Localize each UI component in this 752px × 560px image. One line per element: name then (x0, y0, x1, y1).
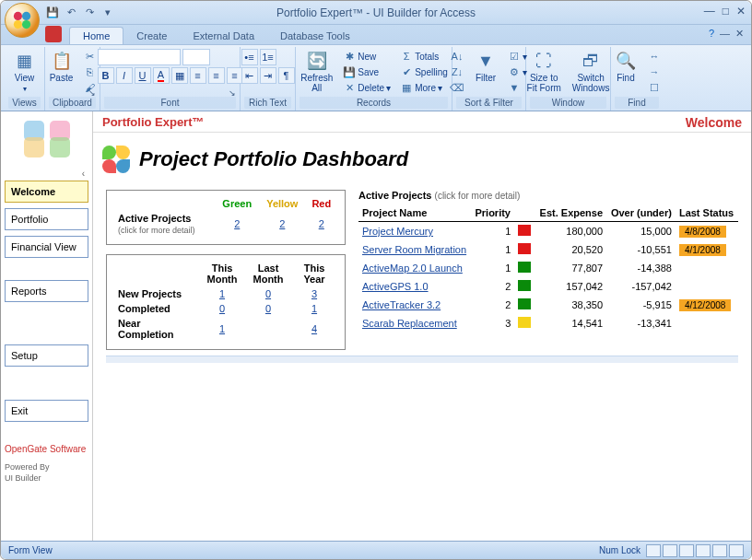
close-button[interactable]: ✕ (736, 5, 746, 18)
vendor-link[interactable]: OpenGate Software (5, 444, 88, 454)
red-count-link[interactable]: 2 (319, 218, 324, 229)
bullets-button[interactable]: •≡ (241, 49, 258, 65)
italic-button[interactable]: I (116, 67, 133, 84)
project-name-link[interactable]: ActiveMap 2.0 Launch (362, 262, 463, 274)
project-name-link[interactable]: ActiveGPS 1.0 (362, 281, 429, 292)
font-dialog-launcher[interactable]: ↘ (229, 88, 238, 98)
view-pivot-icon[interactable] (679, 544, 694, 557)
sort-desc-button[interactable]: Z↓ (448, 64, 466, 79)
table-row[interactable]: ActiveMap 2.0 Launch177,807-14,388 (358, 259, 738, 277)
view-chart-icon[interactable] (696, 544, 711, 557)
yellow-count-link[interactable]: 2 (279, 218, 285, 229)
find-button[interactable]: 🔍 Find (610, 49, 641, 85)
main-area: ‹ Welcome Portfolio Financial View Repor… (1, 111, 751, 542)
select-button[interactable]: ☐ (645, 80, 664, 95)
summary-value-link[interactable]: 1 (219, 323, 225, 334)
sidebar-collapse-icon[interactable]: ‹ (5, 169, 88, 179)
text-direction-button[interactable]: ¶ (278, 67, 295, 84)
project-name-link[interactable]: ActiveTracker 3.2 (362, 299, 441, 310)
summary-value-link[interactable]: 1 (311, 303, 317, 314)
font-size-combo[interactable] (182, 49, 210, 65)
sidebar-item-exit[interactable]: Exit (5, 400, 88, 422)
clipboard-dialog-launcher[interactable]: ↘ (88, 88, 98, 98)
green-count-link[interactable]: 2 (234, 218, 240, 229)
summary-value-link[interactable]: 4 (311, 323, 317, 334)
sidebar-item-reports[interactable]: Reports (5, 280, 88, 302)
table-row[interactable]: Server Room Migration120,520-10,5514/1/2… (358, 240, 738, 259)
new-record-button[interactable]: ✱New (340, 49, 394, 64)
switch-windows-button[interactable]: 🗗 Switch Windows (569, 49, 614, 95)
summary-value-link[interactable]: 1 (219, 288, 225, 299)
active-table-hint: (click for more detail) (435, 191, 521, 201)
project-name-link[interactable]: Server Room Migration (362, 244, 466, 255)
view-layout-icon[interactable] (712, 544, 727, 557)
sidebar-item-welcome[interactable]: Welcome (5, 181, 88, 203)
summary-value-link[interactable]: 0 (265, 303, 271, 314)
size-to-fit-button[interactable]: ⛶ Size to Fit Form (523, 49, 565, 95)
table-row[interactable]: ActiveGPS 1.02157,042-157,042 (358, 277, 738, 296)
table-row[interactable]: Scarab Replacement314,541-13,341 (358, 314, 738, 332)
clear-sort-button[interactable]: ⌫ (448, 80, 466, 95)
sidebar-item-portfolio[interactable]: Portfolio (5, 208, 88, 230)
horizontal-scrollbar[interactable] (106, 356, 738, 363)
tab-external-data[interactable]: External Data (180, 28, 267, 44)
bold-button[interactable]: B (98, 67, 114, 84)
qat-dropdown-icon[interactable]: ▾ (100, 6, 115, 20)
binoculars-icon: 🔍 (616, 51, 636, 71)
active-projects-hint: (click for more detail) (118, 226, 195, 235)
project-name-link[interactable]: Project Mercury (362, 226, 433, 237)
table-row[interactable]: ActiveTracker 3.2238,350-5,9154/12/2008 (358, 296, 738, 314)
col-this-month: This Month (199, 261, 245, 286)
table-row[interactable]: Project Mercury1180,00015,0004/8/2008 (358, 222, 738, 241)
select-icon: ☐ (648, 81, 661, 94)
underline-button[interactable]: U (135, 67, 151, 84)
col-green: Green (215, 196, 259, 211)
refresh-all-button[interactable]: 🔄 Refresh All (297, 49, 336, 95)
office-button[interactable] (5, 3, 40, 38)
cut-button[interactable]: ✂ (81, 49, 100, 64)
paste-button[interactable]: 📋 Paste (46, 49, 77, 85)
maximize-button[interactable]: □ (723, 5, 729, 18)
save-icon[interactable]: 💾 (45, 6, 60, 20)
help-icon[interactable]: ? (709, 28, 714, 40)
align-left-button[interactable]: ≡ (190, 67, 206, 84)
font-family-combo[interactable] (98, 49, 181, 65)
project-name-link[interactable]: Scarab Replacement (362, 318, 457, 329)
security-warning-icon[interactable] (45, 26, 62, 42)
view-design-icon[interactable] (729, 544, 744, 557)
filter-button[interactable]: ▼ Filter (470, 49, 501, 85)
copy-button[interactable]: ⎘ (81, 64, 100, 79)
goto-button[interactable]: → (645, 64, 664, 79)
spelling-button[interactable]: ✔Spelling (397, 64, 451, 79)
group-label-find: Find (615, 97, 659, 109)
close-ribbon-icon[interactable]: ✕ (735, 28, 744, 40)
sidebar-item-setup[interactable]: Setup (5, 344, 88, 367)
increase-indent-button[interactable]: ⇥ (260, 67, 276, 84)
minimize-button[interactable]: — (704, 5, 715, 18)
fill-color-button[interactable]: ▦ (171, 67, 188, 84)
decrease-indent-button[interactable]: ⇤ (241, 67, 258, 84)
font-color-button[interactable]: A (153, 67, 170, 84)
tab-create[interactable]: Create (123, 28, 180, 44)
redo-icon[interactable]: ↷ (82, 6, 97, 20)
delete-record-button[interactable]: ✕Delete ▾ (340, 80, 394, 95)
view-button[interactable]: ▦ View ▾ (9, 49, 41, 95)
align-center-button[interactable]: ≡ (208, 67, 225, 84)
summary-value-link[interactable]: 0 (265, 288, 271, 299)
more-button[interactable]: ▦More ▾ (397, 80, 451, 95)
tab-home[interactable]: Home (69, 27, 123, 44)
summary-value-link[interactable]: 0 (219, 303, 225, 314)
status-color-box (518, 262, 531, 273)
numbering-button[interactable]: 1≡ (260, 49, 276, 65)
summary-value-link[interactable]: 3 (311, 288, 317, 299)
save-record-button[interactable]: 💾Save (340, 64, 394, 79)
totals-button[interactable]: ΣTotals (397, 49, 451, 64)
view-datasheet-icon[interactable] (663, 544, 677, 557)
replace-button[interactable]: ↔ (645, 49, 664, 64)
minimize-ribbon-icon[interactable]: — (720, 28, 730, 40)
sidebar-item-financial-view[interactable]: Financial View (5, 236, 88, 258)
undo-icon[interactable]: ↶ (64, 6, 78, 20)
tab-database-tools[interactable]: Database Tools (267, 28, 363, 44)
view-form-icon[interactable] (646, 544, 661, 557)
sort-asc-button[interactable]: A↓ (448, 49, 466, 64)
